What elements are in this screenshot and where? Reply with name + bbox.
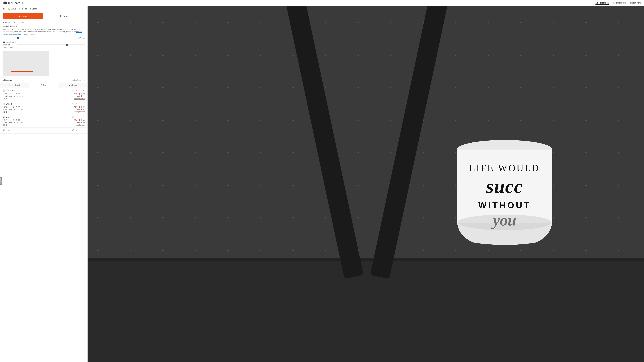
status-bar: [x] ⚠️ Status: 📋 Bereit Online: [0, 6, 88, 11]
preview-rect: [11, 54, 33, 72]
bereit-item: 📋 Bereit: [19, 8, 27, 10]
header: 🕶 Mr Beam ✳ arbeitsbereich designbibliot…: [0, 0, 644, 6]
design-props-life-would: + 244.4, 203.9 ↻ 0.0 ° ABC ÖBA: [2, 93, 85, 95]
logo-glasses: 🕶: [3, 1, 7, 5]
grid-icon-you: ⊞: [2, 124, 4, 126]
position-value: 507, 390: [16, 21, 24, 23]
arbeitshoehe-label: Arbeitshöhe:: [4, 25, 15, 27]
camera-scene: LIFE WOULD succ WITHOUT you: [88, 6, 644, 362]
right-panel: LIFE WOULD succ WITHOUT you: [88, 6, 644, 362]
design-item-life-would-icon: A: [2, 89, 5, 92]
grid-icon-without: ⊞: [2, 111, 4, 113]
bereit-icon: 📋: [19, 8, 22, 10]
rot-without: ↻ 0.0 °: [16, 106, 22, 108]
edit-btn-without[interactable]: ✏: [75, 102, 78, 105]
design-repeat-you: ⊞ 1×1 ⟳ duplizieren: [2, 124, 85, 126]
design-item-life-would-name: A life would: [2, 89, 14, 92]
zoom-row: Zoom: 179%: [2, 46, 85, 48]
vorschau-header[interactable]: 📷 Vorschau: ▼: [2, 41, 85, 43]
svg-text:succ: succ: [486, 176, 523, 197]
design-item-without-icon: A: [2, 103, 5, 105]
abc-life-would: ABC: [74, 93, 78, 95]
position-dropdown-arrow: ▼: [14, 22, 15, 23]
laser-label: Laser: [22, 15, 28, 17]
reset-btn-you[interactable]: ↺: [72, 116, 74, 118]
designs-title: ≡ Designs: [2, 79, 12, 81]
tab-text[interactable]: A Text: [29, 83, 58, 88]
tab-datei[interactable]: 📄 📄 Datei: [0, 83, 29, 88]
svg-text:WITHOUT: WITHOUT: [478, 200, 531, 210]
design-item-you-actions: ↺ ✏ + ✕: [72, 116, 85, 118]
add-btn-life-would[interactable]: +: [79, 89, 81, 92]
brightness-slider[interactable]: [16, 44, 85, 45]
design-item-life-would-actions: ↺ ✏ + ✕: [72, 89, 85, 92]
arbeitshoehe-dropdown[interactable]: ▼: [16, 25, 17, 27]
unit-pct-without: %: [83, 108, 85, 110]
laser-button[interactable]: 🔥 Laser: [2, 13, 43, 19]
color-dot-abc-life-would: [78, 93, 80, 95]
grid-icon-life-would: ⊞: [2, 98, 4, 100]
width-without: ↔ 33.7 mm: [2, 108, 12, 110]
position-icon: ⊕: [2, 21, 4, 23]
abc-without: ABC: [74, 106, 78, 108]
duplicate-you[interactable]: ⟳ duplizieren: [74, 124, 85, 126]
main-layout: [x] ⚠️ Status: 📋 Bereit Online 🔥 Laser ⏸: [0, 6, 644, 362]
designs-reset[interactable]: ✕ Zurücksetzen: [72, 79, 85, 81]
height-life-would: ↕ 14.8 mm: [17, 95, 26, 97]
laser-controls: 🔥 Laser ⏸ Pause: [0, 11, 88, 21]
online-item: Online: [30, 8, 37, 10]
duplicate-without[interactable]: ⟳ duplizieren: [74, 111, 85, 113]
support-label: Support: [0, 178, 2, 184]
design-repeat-life-would: ⊞ 1×1 ⟳ duplizieren: [2, 98, 85, 100]
nav-arbeitsbereich[interactable]: arbeitsbereich: [596, 2, 609, 5]
reset-btn-life-would[interactable]: ↺: [72, 89, 74, 92]
svg-rect-3: [88, 258, 644, 362]
design-size-life-would: ↔ 34.7 mm ∞ ↕ 14.8 mm mm %: [2, 95, 85, 97]
pause-button[interactable]: ⏸ Pause: [44, 13, 85, 19]
abc-you: ABC: [74, 119, 78, 121]
edit-btn-succ[interactable]: ✏: [75, 129, 78, 131]
edit-btn-you[interactable]: ✏: [75, 116, 78, 118]
datei-icon: 📄: [9, 84, 12, 86]
tab-form[interactable]: ♥ ♥ Form: [58, 83, 88, 88]
reset-label: Zurücksetzen: [74, 79, 85, 81]
width-you: ↔ 23.2 mm: [2, 122, 12, 123]
rot-life-would: ↻ 0.0 °: [16, 93, 22, 95]
oba-you: ÖBA: [81, 119, 85, 121]
unit-mm-you: mm: [77, 122, 80, 123]
status-label: Status:: [10, 8, 16, 10]
oba-life-would: ÖBA: [81, 93, 85, 95]
designs-header: ≡ Designs ✕ Zurücksetzen: [0, 77, 88, 83]
delete-btn-you[interactable]: ✕: [82, 116, 85, 118]
support-tab[interactable]: Support: [0, 177, 2, 185]
reset-btn-succ[interactable]: ↺: [72, 129, 74, 131]
header-nav: arbeitsbereich designbibliothek design-s…: [596, 2, 641, 5]
add-btn-you[interactable]: +: [79, 116, 81, 118]
edit-btn-life-would[interactable]: ✏: [75, 89, 78, 92]
design-item-without: A without ↺ ✏ + ✕ + 245.0, 175.5 ↻ 0.0 °…: [0, 101, 88, 114]
color-dot-unit-life-would: [81, 95, 82, 97]
design-props-you: + 249.9, 166.9 ↻ 0.0 ° ABC ÖBA: [2, 119, 85, 121]
design-item-you-header: A you ↺ ✏ + ✕: [2, 116, 85, 118]
color-dot-unit-you: [81, 122, 82, 123]
add-btn-without[interactable]: +: [79, 102, 81, 105]
reset-btn-without[interactable]: ↺: [72, 102, 74, 105]
designs-icon: ≡: [2, 79, 4, 81]
delete-btn-without[interactable]: ✕: [82, 102, 85, 105]
delete-btn-succ[interactable]: ✕: [82, 129, 85, 131]
nav-design-store[interactable]: design-store: [630, 2, 641, 5]
arbeitshoehe-slider-row: 20 mm: [2, 37, 85, 39]
delete-btn-life-would[interactable]: ✕: [82, 89, 85, 92]
design-item-without-actions: ↺ ✏ + ✕: [72, 102, 85, 105]
design-item-life-would-label: life would: [6, 90, 14, 92]
arbeitshoehe-slider[interactable]: [2, 37, 74, 38]
add-btn-succ[interactable]: +: [79, 129, 81, 131]
design-size-without: ↔ 33.7 mm ∞ ↕ 19.1 mm mm %: [2, 108, 85, 110]
duplicate-life-would[interactable]: ⟳ duplizieren: [74, 98, 85, 100]
vorschau-section: 📷 Vorschau: ▼ Helligkeit: ● Zoom: 179%: [0, 40, 88, 51]
pause-icon: ⏸: [60, 15, 62, 17]
left-panel: [x] ⚠️ Status: 📋 Bereit Online 🔥 Laser ⏸: [0, 6, 88, 362]
online-label: Online: [32, 8, 37, 10]
rot-you: ↻ 0.0 °: [16, 119, 22, 121]
nav-designbibliothek[interactable]: designbibliothek: [612, 2, 626, 5]
